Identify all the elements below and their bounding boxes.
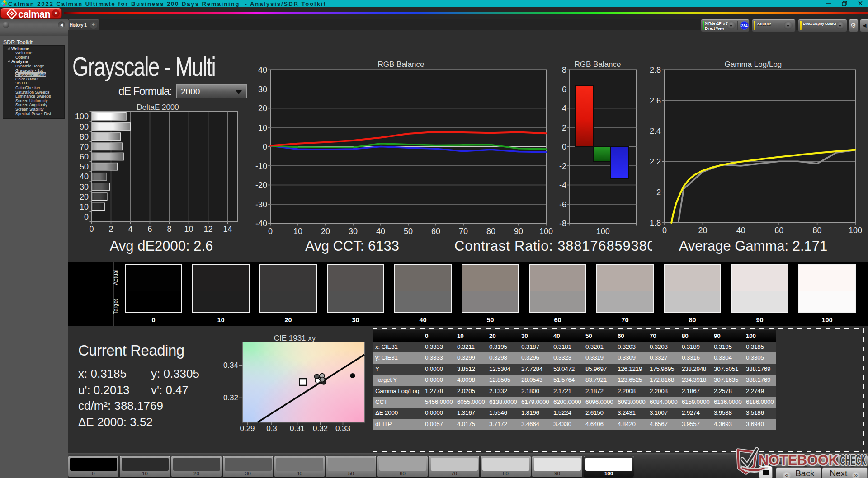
svg-text:20: 20 (258, 104, 267, 113)
svg-text:0.29: 0.29 (240, 424, 255, 433)
svg-text:-20: -20 (255, 181, 267, 190)
svg-text:RGB Balance: RGB Balance (575, 60, 621, 69)
svg-text:2.6: 2.6 (650, 96, 661, 105)
svg-text:CHECK: CHECK (840, 452, 866, 468)
svg-text:20: 20 (698, 226, 707, 235)
svg-text:0: 0 (662, 226, 667, 235)
svg-text:20: 20 (321, 227, 330, 236)
svg-text:-2: -2 (559, 162, 566, 171)
svg-text:2: 2 (656, 188, 661, 197)
svg-text:-8: -8 (559, 219, 566, 228)
svg-text:60: 60 (431, 227, 440, 236)
svg-text:10: 10 (293, 227, 302, 236)
svg-text:90: 90 (514, 227, 523, 236)
svg-text:90: 90 (80, 122, 89, 131)
svg-text:0: 0 (84, 212, 89, 221)
svg-text:RGB Balance: RGB Balance (378, 60, 425, 69)
svg-text:40: 40 (736, 226, 745, 235)
svg-text:100: 100 (539, 227, 553, 236)
svg-text:12: 12 (203, 225, 212, 234)
svg-text:CIE 1931 xy: CIE 1931 xy (274, 334, 316, 342)
svg-text:40: 40 (80, 172, 89, 181)
svg-text:2.4: 2.4 (650, 127, 661, 136)
svg-text:Gamma Log/Log: Gamma Log/Log (725, 60, 782, 69)
svg-text:50: 50 (404, 227, 413, 236)
svg-text:30: 30 (80, 183, 89, 192)
svg-text:30: 30 (258, 85, 267, 94)
svg-text:10: 10 (184, 225, 193, 234)
svg-text:-40: -40 (255, 219, 267, 228)
svg-text:DeltaE 2000: DeltaE 2000 (137, 103, 179, 112)
svg-text:80: 80 (486, 227, 495, 236)
svg-text:70: 70 (80, 142, 89, 151)
svg-text:6: 6 (562, 85, 566, 94)
svg-text:4: 4 (128, 225, 132, 234)
svg-text:-30: -30 (255, 200, 267, 209)
svg-text:40: 40 (258, 66, 267, 75)
svg-text:20: 20 (80, 192, 89, 202)
svg-text:0.31: 0.31 (290, 424, 305, 433)
svg-text:-4: -4 (559, 181, 566, 190)
svg-text:100: 100 (75, 112, 89, 121)
svg-text:0: 0 (263, 142, 267, 151)
svg-text:4: 4 (562, 104, 566, 113)
svg-text:0.34: 0.34 (223, 361, 238, 370)
svg-text:1.8: 1.8 (650, 219, 661, 228)
svg-text:10: 10 (80, 202, 89, 211)
svg-text:0.32: 0.32 (223, 394, 238, 402)
svg-text:60: 60 (774, 226, 783, 235)
svg-text:100: 100 (849, 226, 862, 235)
svg-text:0.32: 0.32 (313, 424, 328, 433)
svg-text:80: 80 (813, 226, 822, 235)
svg-text:100: 100 (596, 227, 610, 236)
svg-text:-10: -10 (255, 162, 267, 171)
svg-text:2.8: 2.8 (650, 66, 661, 75)
svg-text:70: 70 (459, 227, 468, 236)
svg-text:6: 6 (147, 225, 152, 234)
svg-text:2.2: 2.2 (650, 157, 661, 166)
svg-text:0: 0 (89, 225, 94, 234)
svg-text:50: 50 (80, 162, 89, 171)
svg-text:2: 2 (108, 225, 113, 234)
svg-text:-6: -6 (559, 200, 566, 209)
svg-text:40: 40 (376, 227, 385, 236)
svg-text:0.3: 0.3 (266, 424, 277, 433)
svg-text:2: 2 (562, 123, 566, 132)
svg-text:0.33: 0.33 (335, 424, 350, 433)
svg-text:8: 8 (562, 66, 566, 75)
svg-text:80: 80 (80, 132, 89, 141)
svg-text:0: 0 (268, 227, 273, 236)
svg-text:0: 0 (562, 142, 566, 151)
svg-text:NOTEBOOK: NOTEBOOK (759, 452, 839, 468)
svg-text:60: 60 (80, 152, 89, 161)
svg-text:8: 8 (167, 225, 171, 234)
svg-text:14: 14 (223, 225, 232, 234)
svg-text:10: 10 (258, 123, 267, 132)
svg-text:30: 30 (349, 227, 358, 236)
